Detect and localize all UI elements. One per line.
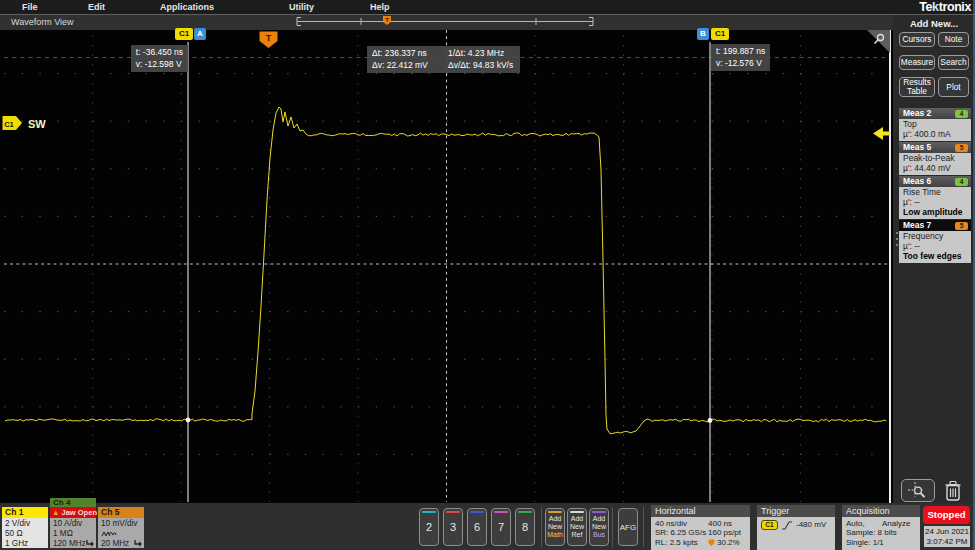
cursor-a-source-chip: C1 xyxy=(175,28,193,40)
cursor-a-chip[interactable]: A xyxy=(194,28,206,40)
svg-text:SW: SW xyxy=(28,118,46,130)
trigger-panel[interactable]: Trigger C1 -480 mV xyxy=(757,505,835,550)
graticule-and-trace xyxy=(0,30,893,503)
meas5-body: Peak-to-Peak µ': 44.40 mV xyxy=(899,153,971,175)
ch4-tab: Ch 4 xyxy=(50,498,96,507)
search-button[interactable]: Search xyxy=(938,55,969,70)
channel-position-arrow[interactable] xyxy=(873,126,890,141)
trash-icon[interactable] xyxy=(943,480,963,502)
date-text: 24 Jun 2021 xyxy=(924,527,970,537)
zoom-tool-button[interactable] xyxy=(901,479,935,502)
acquisition-single: Single: 1/1 xyxy=(846,538,920,548)
results-bar: Add New... Cursors Note Measure Search R… xyxy=(893,14,975,504)
channel-badge-ch5[interactable]: Ch 5 10 mV/div 20 MHz xyxy=(98,507,144,548)
channel-waveform-label[interactable]: C1 SW xyxy=(2,115,62,131)
cursor-b-source-chip: C1 xyxy=(711,28,729,40)
acquisition-mode: Auto, xyxy=(846,519,882,529)
plot-button[interactable]: Plot xyxy=(938,77,969,97)
cursor-a-time: t: -36.450 ns xyxy=(136,47,183,59)
acquisition-sample: Sample: 8 bits xyxy=(846,528,920,538)
cursor-delta-readout[interactable]: Δt: 236.337 ns1/Δt: 4.23 MHz Δv: 22.412 … xyxy=(367,46,520,73)
trigger-position-marker[interactable]: T xyxy=(259,31,278,49)
channel-badge-ch1[interactable]: Ch 1 2 V/div 50 Ω 1 GHz xyxy=(2,507,48,548)
svg-text:T: T xyxy=(266,33,272,43)
add-new-ref-button[interactable]: AddNewRef xyxy=(567,508,587,546)
meas2-body: Top µ': 400.0 mA xyxy=(899,119,971,141)
channel-2-button[interactable]: 2 xyxy=(419,508,439,546)
measurement-badge-meas7[interactable]: Meas 7 5 Frequency µ': -- Too few edges xyxy=(899,220,971,263)
stopped-badge[interactable]: Stopped xyxy=(923,506,970,524)
channel-6-button[interactable]: 6 xyxy=(467,508,487,546)
meas5-source-chip: 5 xyxy=(955,144,968,152)
trigger-level: -480 mV xyxy=(796,520,826,530)
zoom-crosshair-icon xyxy=(907,481,929,500)
measurement-badge-meas5[interactable]: Meas 5 5 Peak-to-Peak µ': 44.40 mV xyxy=(899,142,971,175)
measurement-badge-meas2[interactable]: Meas 2 4 Top µ': 400.0 mA xyxy=(899,108,971,141)
ch5-coupling-icon xyxy=(101,529,117,538)
record-length: RL: 2.5 kpts xyxy=(655,538,708,548)
meas5-header: Meas 5 5 xyxy=(899,142,971,153)
cursor-b-chip[interactable]: B xyxy=(697,28,709,40)
warning-icon: ▲ xyxy=(52,508,59,517)
time-text: 3:07:42 PM xyxy=(924,537,970,547)
waveform-display[interactable]: T C1 A B C1 t: -36.450 ns v: -12.598 V Δ… xyxy=(0,30,893,503)
afg-button[interactable]: AFG xyxy=(618,508,638,546)
record-view-timeline[interactable]: T xyxy=(0,15,893,31)
horizontal-position: 30.2% xyxy=(717,538,740,548)
cursor-b-time: t: 199.887 ns xyxy=(716,46,765,58)
badge-drag-handle[interactable] xyxy=(895,231,899,247)
rising-edge-icon xyxy=(781,520,793,531)
meas6-source-chip: 4 xyxy=(955,178,968,186)
cursor-a-volts: v: -12.598 V xyxy=(136,59,183,71)
zoom-corner-button[interactable] xyxy=(867,30,890,53)
acquisition-analyze: Analyze xyxy=(882,519,910,529)
cursor-b-volts: v: -12.576 V xyxy=(716,58,765,70)
measurement-badge-meas6[interactable]: Meas 6 4 Rise Time µ': -- Low amplitude xyxy=(899,176,971,219)
datetime-display: 24 Jun 2021 3:07:42 PM xyxy=(924,526,970,547)
horizontal-scale: 40 ns/div xyxy=(655,519,708,529)
cursor-b-readout[interactable]: t: 199.887 ns v: -12.576 V xyxy=(711,44,770,71)
menu-edit[interactable]: Edit xyxy=(88,0,105,14)
add-new-bus-button[interactable]: AddNewBus xyxy=(589,508,609,546)
meas6-warning: Low amplitude xyxy=(903,208,971,218)
ch4-probe-icon xyxy=(86,539,94,547)
channel-3-button[interactable]: 3 xyxy=(443,508,463,546)
settings-bar: Ch 1 2 V/div 50 Ω 1 GHz Ch 4 ▲ Jaw Open … xyxy=(0,503,975,550)
svg-text:C1: C1 xyxy=(4,120,14,129)
divider xyxy=(541,507,542,547)
menu-file[interactable]: File xyxy=(22,0,38,14)
menu-applications[interactable]: Applications xyxy=(160,0,214,14)
ch1-settings: 2 V/div 50 Ω 1 GHz xyxy=(2,518,48,548)
trigger-source-chip: C1 xyxy=(761,520,778,530)
cursor-a-readout[interactable]: t: -36.450 ns v: -12.598 V xyxy=(131,45,188,72)
ch4-settings: 10 A/div 1 MΩ 120 MHz xyxy=(50,518,96,548)
meas6-body: Rise Time µ': -- Low amplitude xyxy=(899,187,971,219)
trigger-pos-mini-icon xyxy=(708,539,716,547)
results-table-button[interactable]: Results Table xyxy=(899,77,935,97)
meas7-warning: Too few edges xyxy=(903,252,971,262)
inv-delta-t: 1/Δt: 4.23 MHz xyxy=(448,48,504,60)
note-button[interactable]: Note xyxy=(938,32,969,47)
divider xyxy=(612,507,613,547)
measure-button[interactable]: Measure xyxy=(899,55,935,70)
channel-badge-ch4[interactable]: Ch 4 ▲ Jaw Open 10 A/div 1 MΩ 120 MHz xyxy=(50,498,96,548)
sample-rate: SR: 6.25 GS/s xyxy=(655,528,708,538)
horizontal-title: Horizontal xyxy=(651,505,750,517)
menu-help[interactable]: Help xyxy=(370,0,390,14)
menu-utility[interactable]: Utility xyxy=(289,0,314,14)
meas2-source-chip: 4 xyxy=(955,110,968,118)
ch5-header: Ch 5 xyxy=(98,507,144,518)
channel-7-button[interactable]: 7 xyxy=(491,508,511,546)
channel-8-button[interactable]: 8 xyxy=(515,508,535,546)
add-new-math-button[interactable]: AddNewMath xyxy=(545,508,565,546)
sample-period: 160 ps/pt xyxy=(708,528,741,538)
delta-t: Δt: 236.337 ns xyxy=(372,48,448,60)
divider xyxy=(643,507,644,547)
horizontal-panel[interactable]: Horizontal 40 ns/div400 ns SR: 6.25 GS/s… xyxy=(651,505,750,550)
cursors-button[interactable]: Cursors xyxy=(899,32,935,47)
meas6-header: Meas 6 4 xyxy=(899,176,971,187)
acquisition-title: Acquisition xyxy=(842,505,920,517)
acquisition-panel[interactable]: Acquisition Auto,Analyze Sample: 8 bits … xyxy=(842,505,920,550)
delta-v: Δv: 22.412 mV xyxy=(372,60,448,72)
ch5-probe-icon xyxy=(134,539,142,547)
